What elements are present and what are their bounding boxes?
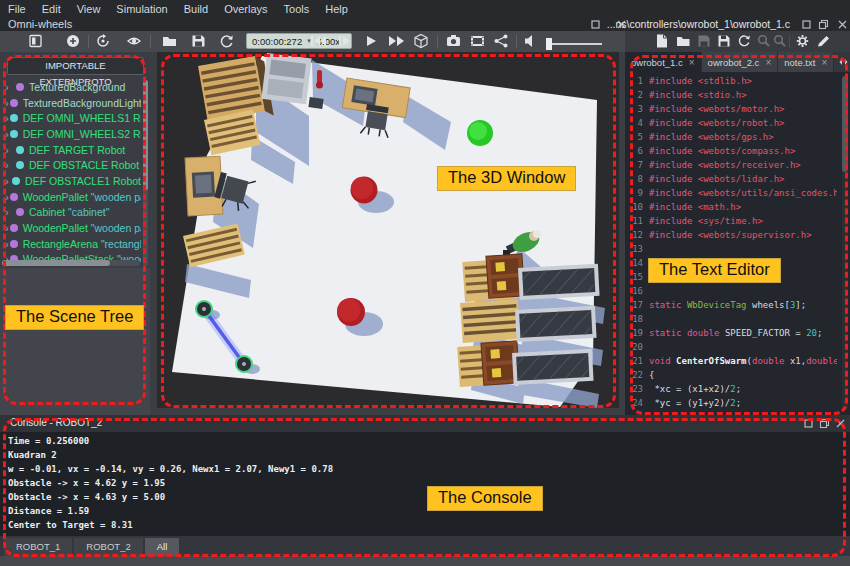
panel-toggle-icon[interactable] <box>28 34 46 49</box>
label-scene-tree: The Scene Tree <box>5 305 144 330</box>
annotation-box-console <box>3 418 846 557</box>
menu-bar: FileEditViewSimulationBuildOverlaysTools… <box>0 0 850 17</box>
add-node-icon[interactable] <box>66 34 84 49</box>
save-as-icon[interactable] <box>717 34 735 49</box>
editor-close-icon[interactable] <box>837 19 848 30</box>
menu-overlays[interactable]: Overlays <box>224 3 267 15</box>
editor-minimize-icon[interactable] <box>801 19 812 30</box>
menu-help[interactable]: Help <box>325 3 348 15</box>
share-icon[interactable] <box>494 34 512 49</box>
main-toolbar: 0:00:00:272 ▾ 0.00x <box>0 31 850 52</box>
menu-edit[interactable]: Edit <box>42 3 61 15</box>
simulation-time: 0:00:00:272 <box>247 36 302 47</box>
annotation-box-scene-tree <box>3 55 146 405</box>
screenshot-camera-icon[interactable] <box>446 34 464 49</box>
play-icon[interactable] <box>364 34 382 49</box>
speaker-icon[interactable] <box>524 34 542 49</box>
menu-build[interactable]: Build <box>184 3 208 15</box>
view-eye-icon[interactable] <box>127 34 145 49</box>
label-console: The Console <box>427 486 543 511</box>
status-strip <box>0 556 850 566</box>
reload-world-icon[interactable] <box>219 34 237 49</box>
open-world-icon[interactable] <box>162 34 180 49</box>
rewind-icon[interactable] <box>310 34 328 49</box>
reset-simulation-icon[interactable] <box>96 34 114 49</box>
fast-forward-icon[interactable] <box>388 34 406 49</box>
label-3d-window: The 3D Window <box>437 166 576 191</box>
editor-pane-title: ...ns\controllers\owrobot_1\owrobot_1.c <box>600 18 790 30</box>
menu-simulation[interactable]: Simulation <box>116 3 167 15</box>
menu-file[interactable]: File <box>8 3 26 15</box>
movie-record-icon[interactable] <box>470 34 488 49</box>
webots-window: FileEditViewSimulationBuildOverlaysTools… <box>0 0 850 566</box>
save-world-icon[interactable] <box>191 34 209 49</box>
save-file-icon-disabled <box>697 34 715 49</box>
volume-slider[interactable] <box>544 36 604 48</box>
world-name: Omni-wheels <box>8 18 72 30</box>
annotation-box-3d-window <box>161 54 616 408</box>
step-icon[interactable] <box>338 34 356 49</box>
new-file-icon[interactable] <box>655 34 673 49</box>
titlebar-row: Omni-wheels ...ns\controllers\owrobot_1\… <box>0 17 850 31</box>
revert-file-icon[interactable] <box>737 34 755 49</box>
menu-view[interactable]: View <box>77 3 101 15</box>
editor-float-icon[interactable] <box>818 19 829 30</box>
label-text-editor: The Text Editor <box>648 258 781 283</box>
simulation-time-field[interactable]: 0:00:00:272 ▾ 0.00x <box>246 33 352 49</box>
pencil-icon[interactable] <box>816 34 834 49</box>
gear-icon[interactable] <box>795 34 813 49</box>
rendering-cube-icon[interactable] <box>414 34 432 49</box>
open-file-icon[interactable] <box>676 34 694 49</box>
menu-tools[interactable]: Tools <box>284 3 310 15</box>
annotation-box-text-editor <box>630 55 848 415</box>
